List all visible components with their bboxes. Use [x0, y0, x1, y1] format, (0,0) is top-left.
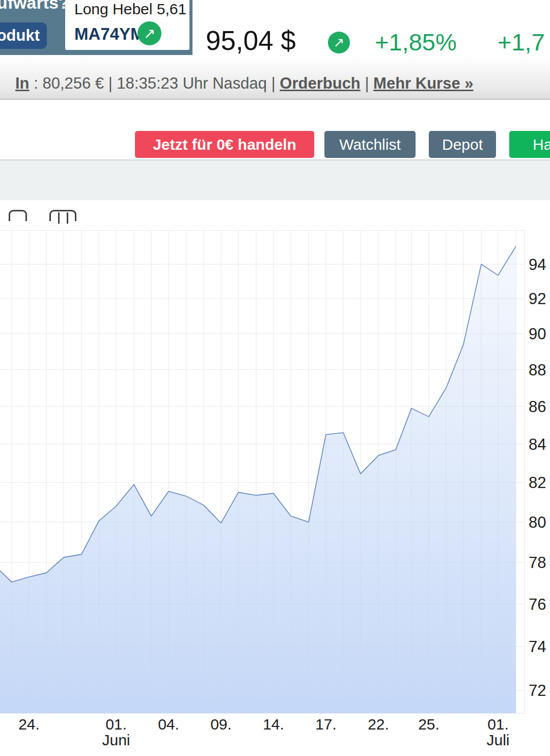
- depot-button[interactable]: Depot: [429, 131, 496, 158]
- svg-text:88: 88: [529, 361, 546, 379]
- price-value: 95,04 $: [206, 25, 296, 56]
- svg-text:82: 82: [529, 474, 546, 492]
- partial-tool-icon[interactable]: [49, 210, 76, 221]
- arrow-up-right-icon[interactable]: ↗: [138, 21, 161, 45]
- arrow-up-right-icon: ↗: [328, 32, 350, 53]
- certificate-wkn-link[interactable]: MA74YM: [74, 24, 145, 44]
- svg-text:24.: 24.: [18, 716, 40, 733]
- mehr-kurse-link[interactable]: Mehr Kurse »: [373, 74, 473, 92]
- orderbuch-link[interactable]: Orderbuch: [280, 74, 360, 92]
- svg-text:76: 76: [529, 596, 546, 613]
- svg-text:80: 80: [529, 514, 546, 531]
- watchlist-button[interactable]: Watchlist: [324, 131, 416, 158]
- price-chart[interactable]: 94929088868482807876747224.01.Juni04.09.…: [0, 224, 550, 756]
- svg-text:04.: 04.: [158, 716, 179, 733]
- price-change-absolute: +1,7: [498, 28, 545, 56]
- chart-toolbar: Vergleich ▼ Darstellung ▼ Chart-Analyse …: [0, 159, 550, 200]
- svg-text:78: 78: [529, 554, 546, 572]
- certificate-title: Long Hebel 5,61: [74, 1, 186, 18]
- svg-text:84: 84: [529, 436, 546, 453]
- icon-bar: [67, 212, 68, 224]
- arrow-glyph: ↗: [334, 35, 345, 50]
- quote-bar: In : 80,256 € | 18:35:23 Uhr Nasdaq | Or…: [0, 56, 550, 100]
- icon-bar: [58, 212, 60, 224]
- svg-text:14.: 14.: [263, 716, 284, 733]
- svg-text:25.: 25.: [418, 716, 439, 733]
- svg-text:Juni: Juni: [102, 732, 130, 748]
- arrow-glyph: ↗: [144, 25, 155, 42]
- quote-time-exchange: 18:35:23 Uhr Nasdaq: [117, 74, 267, 92]
- svg-text:09.: 09.: [210, 716, 232, 733]
- svg-text:22.: 22.: [368, 716, 389, 733]
- price-change-percent: +1,85%: [375, 28, 457, 56]
- svg-text:86: 86: [529, 398, 546, 416]
- separator: |: [104, 74, 117, 92]
- teaser-panel: ufwärts? odukt Long Hebel 5,61 MA74YM ↗: [0, 0, 193, 55]
- handeln-button[interactable]: Han: [509, 131, 550, 158]
- quote-text: In : 80,256 € | 18:35:23 Uhr Nasdaq | Or…: [15, 74, 474, 93]
- svg-text:01.: 01.: [487, 716, 509, 733]
- svg-text:Juli: Juli: [486, 732, 509, 748]
- separator: |: [267, 74, 280, 92]
- svg-text:90: 90: [529, 325, 546, 343]
- teaser-text: ufwärts?: [0, 0, 69, 13]
- partial-tool-icon[interactable]: [9, 210, 27, 221]
- separator: |: [361, 74, 373, 92]
- trade-now-button[interactable]: Jetzt für 0€ handeln: [135, 131, 314, 158]
- quote-eur-value: : 80,256 €: [30, 74, 104, 92]
- in-currency-link[interactable]: In: [15, 74, 30, 92]
- svg-text:94: 94: [529, 256, 546, 274]
- svg-text:01.: 01.: [105, 716, 127, 733]
- svg-text:17.: 17.: [315, 716, 337, 733]
- svg-text:72: 72: [529, 682, 546, 699]
- certificate-card[interactable]: Long Hebel 5,61 MA74YM ↗: [65, 0, 189, 50]
- svg-text:74: 74: [529, 638, 546, 656]
- product-button[interactable]: odukt: [0, 22, 47, 49]
- svg-text:92: 92: [529, 290, 546, 308]
